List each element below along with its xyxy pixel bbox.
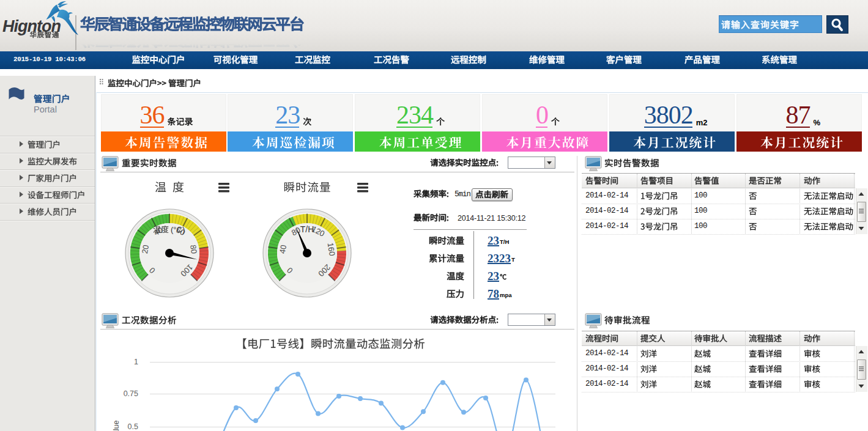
svg-text:100: 100: [179, 262, 195, 278]
svg-text:80: 80: [188, 244, 199, 254]
svg-text:200: 200: [316, 262, 332, 278]
svg-text:40: 40: [278, 244, 288, 254]
svg-text:160: 160: [325, 242, 336, 257]
svg-text:0: 0: [285, 265, 295, 275]
svg-text:60: 60: [174, 225, 187, 237]
svg-text:T/H: T/H: [300, 224, 314, 234]
svg-text:0: 0: [147, 265, 157, 275]
svg-text:40: 40: [152, 225, 165, 237]
svg-text:(°C): (°C): [171, 225, 185, 234]
svg-text:120: 120: [310, 224, 326, 238]
svg-text:20: 20: [140, 244, 150, 254]
svg-text:80: 80: [290, 225, 302, 237]
